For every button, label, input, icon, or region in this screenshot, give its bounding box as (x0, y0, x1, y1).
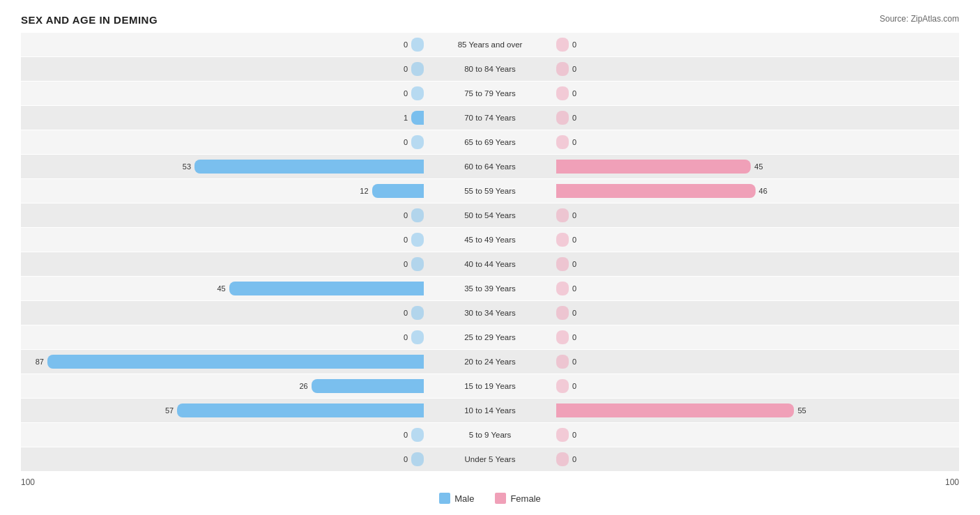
legend: Male Female (21, 493, 959, 504)
male-section: 57 (21, 403, 427, 417)
age-label: 25 to 29 Years (427, 333, 553, 341)
bar-row: 4535 to 39 Years0 (21, 277, 959, 300)
male-value: 53 (176, 162, 191, 171)
male-bar (411, 38, 424, 52)
male-section: 53 (21, 160, 427, 174)
female-value: 0 (572, 284, 588, 293)
male-value: 0 (392, 89, 408, 98)
female-bar (556, 233, 569, 247)
female-value: 0 (572, 89, 588, 98)
male-section: 0 (21, 233, 427, 247)
female-bar (556, 111, 569, 125)
female-bar (556, 355, 569, 369)
age-label: 80 to 84 Years (427, 65, 553, 73)
male-bar (411, 62, 424, 76)
axis-right-label: 100 (945, 477, 959, 487)
female-section: 0 (553, 233, 959, 247)
bar-row: 045 to 49 Years0 (21, 228, 959, 252)
chart-header: SEX AND AGE IN DEMING Source: ZipAtlas.c… (21, 14, 959, 26)
age-label: 40 to 44 Years (427, 260, 553, 268)
age-label: 10 to 14 Years (427, 406, 553, 415)
bar-row: 8720 to 24 Years0 (21, 350, 959, 374)
female-section: 0 (553, 282, 959, 295)
legend-female: Female (495, 493, 540, 504)
female-bar (556, 330, 569, 344)
female-bar (556, 306, 569, 320)
male-value: 0 (392, 309, 408, 317)
male-section: 0 (21, 257, 427, 271)
female-section: 0 (553, 257, 959, 271)
bar-row: 1255 to 59 Years46 (21, 179, 959, 203)
female-value: 0 (572, 236, 588, 244)
female-section: 0 (553, 355, 959, 369)
male-bar (229, 282, 424, 295)
bar-row: 040 to 44 Years0 (21, 252, 959, 276)
male-bar (372, 184, 424, 198)
female-section: 45 (553, 160, 959, 174)
male-value: 57 (158, 406, 174, 415)
female-section: 0 (553, 208, 959, 222)
chart-title: SEX AND AGE IN DEMING (21, 14, 158, 26)
female-bar (556, 403, 794, 417)
male-bar (411, 135, 424, 149)
male-bar (411, 208, 424, 222)
bar-row: 075 to 79 Years0 (21, 82, 959, 105)
male-value: 0 (392, 40, 408, 49)
age-label: 60 to 64 Years (427, 162, 553, 171)
female-value: 0 (572, 40, 588, 49)
chart-container: 085 Years and over0080 to 84 Years0075 t… (21, 33, 959, 504)
male-bar (411, 233, 424, 247)
female-bar (556, 379, 569, 393)
female-value: 55 (797, 406, 813, 415)
age-label: 30 to 34 Years (427, 309, 553, 317)
male-bar (411, 306, 424, 320)
female-bar (556, 86, 569, 100)
female-section: 0 (553, 38, 959, 52)
female-bar (556, 257, 569, 271)
male-bar (47, 355, 424, 369)
male-value: 0 (392, 236, 408, 244)
male-section: 0 (21, 62, 427, 76)
axis-row: 100 100 (21, 472, 959, 487)
bar-row: 170 to 74 Years0 (21, 106, 959, 130)
female-section: 0 (553, 111, 959, 125)
female-value: 0 (572, 358, 588, 366)
female-section: 46 (553, 184, 959, 198)
legend-female-label: Female (510, 493, 540, 504)
female-section: 0 (553, 306, 959, 320)
male-bar (411, 111, 424, 125)
male-section: 0 (21, 330, 427, 344)
female-section: 0 (553, 86, 959, 100)
female-bar (556, 452, 569, 466)
rows-container: 085 Years and over0080 to 84 Years0075 t… (21, 33, 959, 471)
male-value: 1 (392, 114, 408, 122)
female-section: 0 (553, 62, 959, 76)
bar-row: 030 to 34 Years0 (21, 301, 959, 325)
male-value: 87 (29, 358, 44, 366)
male-bar (194, 160, 424, 174)
female-bar (556, 38, 569, 52)
male-section: 1 (21, 111, 427, 125)
age-label: 75 to 79 Years (427, 89, 553, 98)
female-value: 0 (572, 114, 588, 122)
female-value: 0 (572, 382, 588, 390)
female-bar (556, 160, 751, 174)
age-label: 50 to 54 Years (427, 211, 553, 220)
female-value: 0 (572, 309, 588, 317)
male-section: 12 (21, 184, 427, 198)
male-value: 0 (392, 138, 408, 146)
female-section: 0 (553, 135, 959, 149)
age-label: 65 to 69 Years (427, 138, 553, 146)
age-label: 70 to 74 Years (427, 114, 553, 122)
bar-row: 050 to 54 Years0 (21, 203, 959, 227)
female-section: 0 (553, 428, 959, 442)
bar-row: 0Under 5 Years0 (21, 447, 959, 471)
bar-row: 080 to 84 Years0 (21, 57, 959, 81)
male-bar (177, 403, 424, 417)
male-section: 0 (21, 208, 427, 222)
female-bar (556, 282, 569, 295)
female-bar (556, 135, 569, 149)
female-value: 0 (572, 138, 588, 146)
age-label: 5 to 9 Years (427, 431, 553, 439)
male-bar (411, 86, 424, 100)
